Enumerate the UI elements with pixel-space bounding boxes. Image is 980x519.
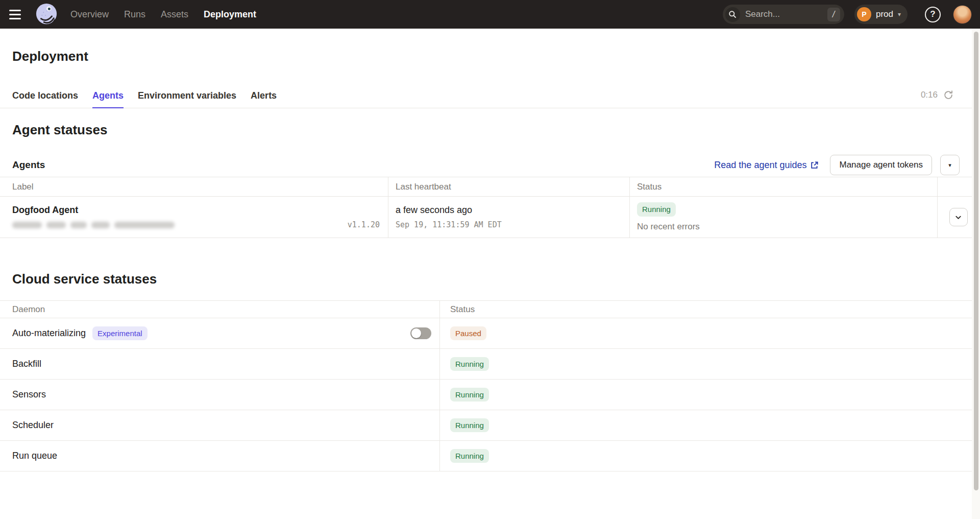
daemon-status-badge: Running [450, 357, 489, 371]
nav-item-deployment[interactable]: Deployment [204, 9, 256, 20]
agent-expand-button[interactable] [949, 208, 968, 226]
agent-guides-link-label: Read the agent guides [714, 160, 806, 171]
help-glyph: ? [930, 9, 935, 19]
agent-row: Dogfood Agent v1.1.20 a few seconds ago … [0, 197, 972, 238]
tab-agents[interactable]: Agents [92, 87, 124, 108]
refresh-countdown: 0:16 [921, 90, 938, 100]
page-content: Deployment Code locations Agents Environ… [0, 29, 972, 471]
agents-table-header: Label Last heartbeat Status [0, 177, 972, 197]
org-name: prod [876, 9, 893, 19]
tab-alerts[interactable]: Alerts [251, 87, 277, 108]
heartbeat-relative: a few seconds ago [396, 205, 629, 216]
daemon-name: Backfill [12, 359, 41, 369]
daemon-name: Auto-materializing [12, 328, 86, 339]
nav-item-assets[interactable]: Assets [161, 9, 188, 20]
agents-subheading: Agents [12, 159, 45, 171]
cloud-table-header: Daemon Status [0, 301, 972, 318]
daemon-row-backfill: Backfill Running [0, 348, 972, 379]
daemon-row-auto-materializing: Auto-materializing Experimental Paused [0, 318, 972, 348]
manage-agent-tokens-button[interactable]: Manage agent tokens [830, 155, 932, 175]
refresh-icon[interactable] [943, 90, 953, 100]
daemon-status-badge: Running [450, 449, 489, 463]
chevron-down-icon: ▾ [898, 11, 901, 17]
daemon-name: Scheduler [12, 420, 54, 431]
page-title: Deployment [0, 29, 972, 64]
nav-item-overview[interactable]: Overview [70, 9, 109, 20]
agent-name: Dogfood Agent [12, 205, 388, 216]
search-shortcut-key: / [827, 8, 840, 21]
daemon-row-run-queue: Run queue Running [0, 440, 972, 471]
redacted-agent-id [12, 222, 175, 228]
agent-status-note: No recent errors [637, 222, 937, 232]
search-icon [725, 7, 740, 22]
agent-guides-link[interactable]: Read the agent guides [714, 160, 819, 171]
nav-item-runs[interactable]: Runs [124, 9, 145, 20]
agents-table: Label Last heartbeat Status Dogfood Agen… [0, 177, 972, 238]
daemon-row-scheduler: Scheduler Running [0, 410, 972, 440]
agent-version: v1.1.20 [348, 220, 380, 229]
org-badge: P [857, 7, 871, 21]
daemon-name: Run queue [12, 451, 57, 461]
column-header-status: Status [439, 301, 972, 318]
column-header-label: Label [0, 177, 388, 196]
external-link-icon [810, 161, 819, 170]
tab-bar: Code locations Agents Environment variab… [0, 87, 972, 108]
auto-materializing-toggle[interactable] [410, 327, 431, 339]
agents-toolbar: Agents Read the agent guides Manage agen… [12, 154, 960, 176]
heartbeat-timestamp: Sep 19, 11:31:59 AM EDT [396, 220, 629, 229]
daemon-row-sensors: Sensors Running [0, 379, 972, 410]
search-input[interactable] [740, 9, 827, 19]
page-scrollbar[interactable] [972, 29, 980, 519]
daemon-status-badge: Running [450, 418, 489, 432]
agent-statuses-heading: Agent statuses [12, 122, 960, 138]
search-box[interactable]: / [723, 5, 844, 24]
dagster-logo-icon[interactable] [35, 3, 58, 26]
daemon-status-badge: Paused [450, 326, 486, 340]
daemon-name: Sensors [12, 389, 46, 400]
chevron-down-icon [954, 214, 962, 221]
tab-environment-variables[interactable]: Environment variables [138, 87, 236, 108]
cloud-service-statuses-heading: Cloud service statuses [12, 271, 960, 287]
cloud-services-table: Daemon Status Auto-materializing Experim… [0, 300, 972, 471]
org-switcher[interactable]: P prod ▾ [854, 5, 908, 24]
caret-down-icon: ▾ [948, 162, 951, 168]
column-header-last-heartbeat: Last heartbeat [388, 177, 629, 196]
agent-tokens-dropdown-button[interactable]: ▾ [940, 155, 960, 175]
agent-status-badge: Running [637, 202, 676, 216]
column-header-daemon: Daemon [0, 301, 439, 318]
primary-nav: Overview Runs Assets Deployment [70, 9, 256, 20]
daemon-status-badge: Running [450, 388, 489, 402]
user-avatar[interactable] [953, 5, 972, 24]
experimental-badge: Experimental [92, 326, 148, 340]
tab-code-locations[interactable]: Code locations [12, 87, 78, 108]
column-header-status: Status [629, 177, 937, 196]
hamburger-menu-icon[interactable] [0, 0, 30, 29]
scrollbar-thumb[interactable] [974, 32, 978, 490]
help-icon[interactable]: ? [925, 7, 941, 22]
top-nav: Overview Runs Assets Deployment / P prod… [0, 0, 980, 29]
